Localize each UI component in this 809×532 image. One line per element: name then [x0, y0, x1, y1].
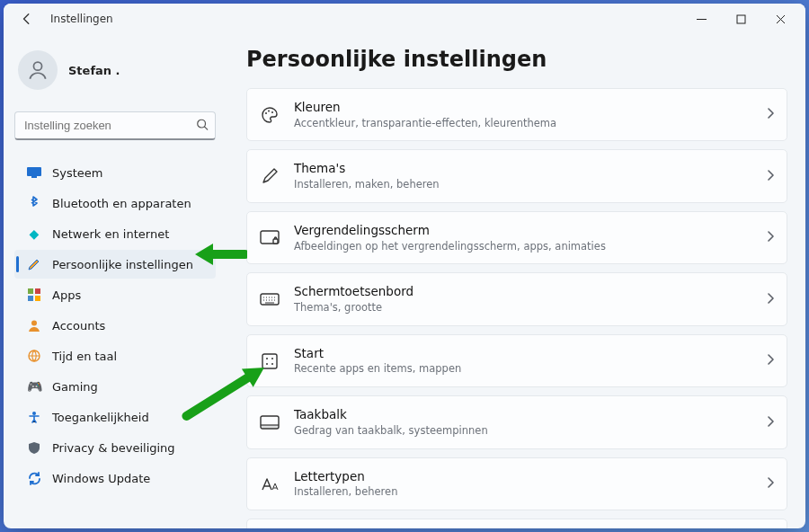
sidebar-item-label: Gaming	[52, 380, 98, 394]
sidebar-item-label: Persoonlijke instellingen	[52, 258, 193, 271]
sidebar: Stefan . Systeem Bluetooth en apparaten◆…	[4, 34, 227, 528]
nav: Systeem Bluetooth en apparaten◆ Netwerk …	[14, 158, 216, 492]
maximize-button[interactable]	[721, 5, 760, 32]
svg-point-12	[265, 112, 267, 114]
svg-rect-24	[261, 425, 279, 429]
avatar	[18, 50, 58, 90]
card-title: Start	[294, 346, 752, 362]
settings-card-start[interactable]: Start Recente apps en items, mappen	[246, 334, 787, 387]
sidebar-item-label: Systeem	[52, 166, 102, 180]
sidebar-item-systeem[interactable]: Systeem	[14, 158, 216, 187]
svg-point-9	[31, 321, 37, 326]
close-icon	[776, 14, 786, 24]
svg-point-21	[266, 363, 268, 365]
chevron-right-icon	[767, 108, 774, 121]
settings-card-lettertypen[interactable]: Lettertypen Installeren, beheren	[246, 457, 787, 510]
close-button[interactable]	[760, 5, 800, 32]
svg-rect-7	[28, 296, 33, 301]
settings-card-vergrendelingsscherm[interactable]: Vergrendelingsscherm Afbeeldingen op het…	[246, 211, 787, 264]
globe-icon	[27, 350, 41, 362]
svg-point-2	[198, 120, 206, 128]
pen-icon	[260, 167, 280, 185]
gamepad-icon: 🎮	[27, 379, 41, 394]
card-subtitle: Accentkleur, transparantie-effecten, kle…	[294, 117, 752, 130]
sidebar-item-bluetooth-en-apparaten[interactable]: Bluetooth en apparaten	[14, 189, 216, 217]
user-account-button[interactable]: Stefan .	[14, 45, 216, 102]
minimize-button[interactable]	[681, 5, 721, 32]
person-icon	[27, 319, 41, 332]
card-text: Kleuren Accentkleur, transparantie-effec…	[294, 100, 752, 129]
lockscreen-icon	[260, 230, 280, 246]
sidebar-item-label: Bluetooth en apparaten	[52, 197, 191, 210]
svg-rect-8	[35, 296, 40, 301]
svg-point-19	[266, 358, 268, 359]
svg-rect-0	[737, 15, 745, 23]
settings-card-thema-s[interactable]: Thema's Installeren, maken, beheren	[246, 149, 787, 202]
sidebar-item-accounts[interactable]: Accounts	[14, 311, 216, 340]
search-icon	[196, 119, 209, 134]
shield-icon	[27, 441, 41, 455]
card-text: Start Recente apps en items, mappen	[294, 346, 752, 376]
sidebar-item-label: Privacy & beveiliging	[52, 441, 175, 455]
chevron-right-icon	[767, 354, 774, 368]
settings-card-schermtoetsenbord[interactable]: Schermtoetsenbord Thema's, grootte	[246, 272, 787, 325]
window-title: Instellingen	[50, 13, 113, 25]
card-title: Vergrendelingsscherm	[294, 223, 752, 239]
card-subtitle: Gedrag van taakbalk, systeempinnen	[294, 424, 752, 438]
settings-card-apparaatgebruik[interactable]: Apparaatgebruik Select all the ways you …	[246, 519, 787, 528]
sidebar-item-label: Apps	[52, 288, 81, 302]
chevron-right-icon	[767, 477, 774, 491]
svg-point-13	[268, 110, 270, 111]
svg-point-20	[271, 358, 273, 359]
card-subtitle: Installeren, maken, beheren	[294, 178, 752, 191]
sidebar-item-tijd-en-taal[interactable]: Tijd en taal	[14, 341, 216, 370]
sidebar-item-apps[interactable]: Apps	[14, 280, 216, 309]
accessibility-icon	[27, 411, 41, 423]
svg-rect-3	[27, 167, 41, 176]
card-text: Thema's Installeren, maken, beheren	[294, 161, 752, 191]
chevron-right-icon	[767, 416, 774, 430]
card-text: Schermtoetsenbord Thema's, grootte	[294, 284, 752, 314]
sidebar-item-label: Accounts	[52, 319, 105, 332]
font-icon	[260, 477, 280, 492]
svg-rect-6	[35, 288, 40, 294]
sidebar-item-label: Tijd en taal	[52, 350, 117, 363]
display-icon	[27, 167, 41, 178]
sidebar-item-windows-update[interactable]: Windows Update	[14, 464, 216, 492]
search-box	[14, 111, 216, 140]
sidebar-item-privacy-beveiliging[interactable]: Privacy & beveiliging	[14, 433, 216, 462]
minimize-icon	[697, 14, 707, 24]
wifi-icon: ◆	[27, 226, 41, 241]
card-subtitle: Recente apps en items, mappen	[294, 362, 752, 376]
svg-rect-16	[273, 239, 278, 244]
card-title: Thema's	[294, 161, 752, 177]
card-title: Lettertypen	[294, 469, 752, 485]
chevron-right-icon	[767, 293, 774, 306]
bluetooth-icon	[27, 196, 41, 210]
svg-rect-5	[28, 288, 33, 294]
settings-window: Instellingen Stefan . Systeem Bluetooth …	[4, 4, 805, 528]
card-title: Schermtoetsenbord	[294, 284, 752, 300]
start-icon	[260, 353, 280, 369]
search-input[interactable]	[14, 111, 216, 140]
page-title: Persoonlijke instellingen	[246, 47, 787, 72]
settings-card-taakbalk[interactable]: Taakbalk Gedrag van taakbalk, systeempin…	[246, 395, 787, 448]
sidebar-item-netwerk-en-internet[interactable]: ◆ Netwerk en internet	[14, 219, 216, 248]
user-name: Stefan .	[68, 64, 120, 77]
svg-point-14	[271, 111, 273, 113]
arrow-left-icon	[21, 13, 33, 25]
card-subtitle: Afbeeldingen op het vergrendelingsscherm…	[294, 240, 752, 253]
sidebar-item-gaming[interactable]: 🎮 Gaming	[14, 372, 216, 401]
svg-rect-4	[31, 176, 37, 178]
card-text: Taakbalk Gedrag van taakbalk, systeempin…	[294, 407, 752, 437]
sidebar-item-toegankelijkheid[interactable]: Toegankelijkheid	[14, 403, 216, 431]
person-icon	[26, 58, 49, 82]
card-subtitle: Thema's, grootte	[294, 301, 752, 315]
card-text: Vergrendelingsscherm Afbeeldingen op het…	[294, 223, 752, 253]
main-content: Persoonlijke instellingen Kleuren Accent…	[227, 34, 805, 528]
settings-card-kleuren[interactable]: Kleuren Accentkleur, transparantie-effec…	[246, 88, 787, 141]
sidebar-item-label: Netwerk en internet	[52, 227, 169, 241]
back-button[interactable]	[14, 6, 40, 31]
maximize-icon	[736, 14, 746, 24]
sidebar-item-persoonlijke-instellingen[interactable]: Persoonlijke instellingen	[14, 250, 216, 279]
